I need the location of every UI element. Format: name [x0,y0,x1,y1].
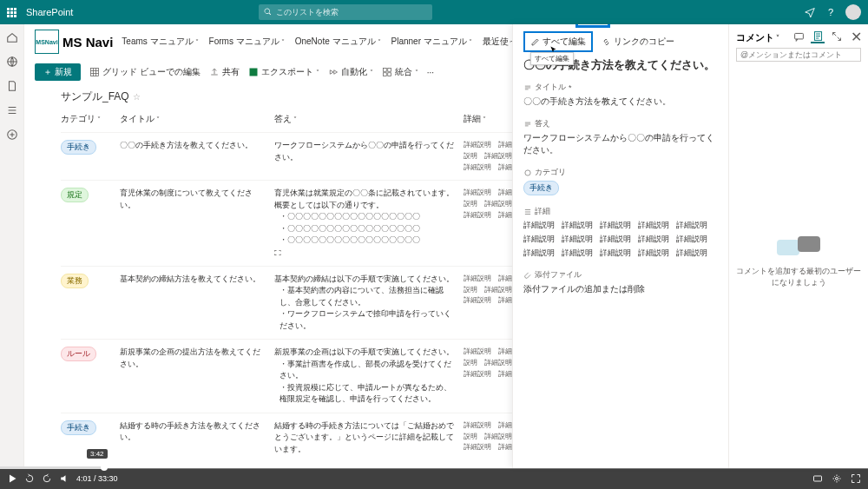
cmd-automate[interactable]: 自動化˅ [328,66,373,78]
row-answer: 基本契約の締結は以下の手順で実施してください。基本契約書の内容について、法務担当… [274,274,457,333]
svg-rect-9 [794,33,803,39]
suite-brand[interactable]: SharePoint [26,7,73,17]
row-answer: 結婚する時の手続き方法については「ご結婚おめでとうございます。」というページに詳… [274,420,457,456]
comments-empty-icon [777,235,820,261]
category-pill: ルール [61,347,96,361]
panel-tab-detail-icon[interactable] [811,30,825,43]
cmd-share[interactable]: 共有 [209,66,240,78]
svg-rect-6 [383,73,386,76]
help-icon[interactable]: ? [825,6,837,18]
comments-header: コメント [736,31,774,44]
svg-point-12 [836,478,838,480]
svg-point-8 [525,169,530,175]
cmd-export[interactable]: エクスポート˅ [248,66,319,78]
panel-close-icon[interactable]: ✕ [849,30,863,43]
cmd-more[interactable]: ··· [427,68,434,77]
nav-forms[interactable]: Forms マニュアル˅ [209,36,285,48]
rail-add-icon[interactable] [6,129,18,141]
hover-time: 3:42 [87,449,108,459]
row-answer: ワークフローシステムから〇〇の申請を行ってください。 [274,140,457,163]
expand-icon[interactable]: ⛶ [274,248,457,259]
left-rail [0,24,24,468]
site-logo-box: MSNavi [35,30,59,54]
cmd-integrate[interactable]: 統合˅ [382,66,418,78]
row-title: 新規事業の企画の提出方法を教えてください。 [120,347,267,370]
category-pill: 手続き [61,140,96,155]
rail-file-icon[interactable] [6,80,18,92]
col-title[interactable]: タイトル˅ [120,113,267,125]
edit-all-button[interactable]: すべて編集 すべて編集 [523,31,593,52]
field-attachment-value[interactable]: 添付ファイルの追加または削除 [523,283,718,295]
site-logo[interactable]: MSNavi MS Navi [35,30,113,54]
progress-bar[interactable] [0,466,868,469]
comments-empty-text: コメントを追加する最初のユーザーになりましょう [736,266,861,288]
svg-rect-11 [814,476,822,481]
row-answer: 新規事業の企画は以下の手順で実施してください。事業計画書を作成し、部長の承認を受… [274,347,457,406]
copy-link-button[interactable]: リンクのコピー [596,33,680,50]
top-nav: Teams マニュアル˅ Forms マニュアル˅ OneNote マニュアル˅… [122,36,534,48]
col-answer[interactable]: 答え˅ [274,113,457,125]
cc-icon[interactable] [812,473,823,484]
volume-icon[interactable] [59,473,69,484]
svg-rect-2 [91,69,99,76]
panel-expand-icon[interactable] [830,30,844,43]
row-title: 育児休業の制度について教えてください。 [120,188,267,211]
app-launcher-icon[interactable] [7,8,19,17]
settings-icon[interactable] [832,473,842,484]
search-box[interactable]: このリストを検索 [259,4,432,20]
row-title: 〇〇の手続き方法を教えてください。 [120,140,267,152]
rail-list-icon[interactable] [6,104,18,116]
edit-tooltip: すべて編集 [530,52,574,65]
field-title-value: 〇〇の手続き方法を教えてください。 [523,96,718,108]
user-avatar[interactable] [845,4,861,20]
nav-planner[interactable]: Planner マニュアル˅ [391,36,472,48]
row-title: 結婚する時の手続き方法を教えてください。 [120,420,267,444]
video-player-bar: 3:42 4:01 / 33:30 [0,468,868,489]
nav-teams[interactable]: Teams マニュアル˅ [122,36,198,48]
star-icon[interactable]: ☆ [133,92,141,102]
suite-bar: SharePoint このリストを検索 ? [0,0,868,24]
category-pill: 規定 [61,188,89,202]
field-category-value: 手続き [523,181,559,195]
svg-rect-4 [383,69,386,72]
search-icon [264,8,273,17]
rail-globe-icon[interactable] [6,56,18,68]
fullscreen-icon[interactable] [851,473,861,484]
category-pill: 業務 [61,274,89,288]
category-pill: 手続き [61,420,96,435]
field-detail-tags: 詳細説明詳細説明詳細説明詳細説明詳細説明詳細説明詳細説明詳細説明詳細説明詳細説明… [523,220,718,259]
rail-home-icon[interactable] [6,31,18,43]
rewind-icon[interactable] [24,473,35,484]
panel-tab-comment-icon[interactable] [792,30,806,43]
send-icon[interactable] [804,6,816,18]
row-title: 基本契約の締結方法を教えてください。 [120,274,267,286]
nav-onenote[interactable]: OneNote マニュアル˅ [295,36,381,48]
play-icon[interactable] [7,473,17,484]
comment-input[interactable] [736,48,861,62]
col-category[interactable]: カテゴリ˅ [61,113,113,125]
row-answer: 育児休業は就業規定の〇〇条に記載されています。概要としては以下の通りです。〇〇〇… [274,188,457,259]
svg-rect-5 [388,69,391,72]
comments-pane: コメント˅ コメントを追加する最初のユーザーになりましょう [729,24,868,468]
svg-rect-7 [388,73,391,76]
time-display: 4:01 / 33:30 [76,474,118,483]
annotation-callout: ③ [575,24,610,28]
details-panel: ③ すべて編集 すべて編集 リンクのコピー 〇〇の手続き方法を教えてください。 … [512,24,868,468]
site-name: MS Navi [62,35,113,50]
cmd-grid-view[interactable]: グリッド ビューでの編集 [89,66,201,78]
search-placeholder: このリストを検索 [276,7,339,18]
new-button[interactable]: ＋新規 [35,63,81,81]
svg-rect-3 [249,69,257,76]
forward-icon[interactable] [42,473,52,484]
field-answer-value: ワークフローシステムから〇〇の申請を行ってください。 [523,132,718,156]
